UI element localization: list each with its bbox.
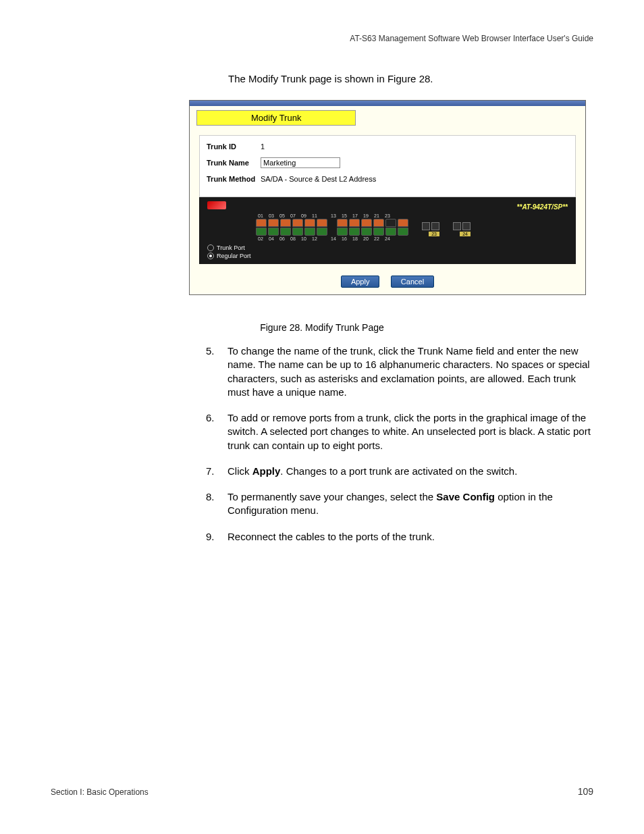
port-number: 16 — [340, 236, 349, 241]
switch-port[interactable] — [304, 228, 315, 236]
switch-port[interactable] — [398, 228, 408, 236]
switch-port[interactable] — [268, 219, 279, 227]
trunk-name-row: Trunk Name — [207, 157, 568, 168]
port-row-bottom — [256, 228, 408, 236]
switch-port[interactable] — [268, 228, 279, 236]
radio-icon — [207, 244, 214, 251]
step-body: To add or remove ports from a trunk, cli… — [227, 411, 591, 452]
port-number: 04 — [267, 236, 276, 241]
button-row: Apply Cancel — [190, 269, 585, 294]
port-number: 17 — [350, 213, 360, 218]
switch-port[interactable] — [292, 219, 303, 227]
port-number: 20 — [361, 236, 371, 241]
panel-top-bar — [190, 101, 585, 106]
switch-port[interactable] — [385, 228, 396, 236]
step-body: To change the name of the trunk, click t… — [227, 344, 591, 399]
step-item: 6.To add or remove ports from a trunk, c… — [206, 411, 591, 452]
port-numbers-bottom: 020406081012141618202224 — [256, 236, 568, 241]
port-type-legend: Trunk Port Regular Port — [207, 244, 568, 260]
port-row-top — [256, 219, 408, 227]
port-number: 10 — [299, 236, 308, 241]
port-number: 05 — [277, 213, 287, 218]
switch-port[interactable] — [292, 228, 303, 236]
port-grid: 010305070911131517192123 23 24 020406081… — [256, 213, 568, 241]
port-number: 06 — [277, 236, 287, 241]
trunk-id-value: 1 — [261, 142, 265, 151]
port-number: 19 — [361, 213, 371, 218]
switch-port[interactable] — [349, 219, 360, 227]
switch-port[interactable] — [280, 219, 291, 227]
port-number: 22 — [372, 236, 381, 241]
sfp-port[interactable] — [453, 222, 461, 230]
port-number: 24 — [383, 236, 392, 241]
switch-port[interactable] — [280, 228, 291, 236]
bold-term: Apply — [252, 465, 281, 477]
regular-port-radio[interactable]: Regular Port — [207, 252, 568, 260]
step-number: 5. — [206, 344, 227, 399]
switch-port[interactable] — [361, 228, 372, 236]
step-item: 9.Reconnect the cables to the ports of t… — [206, 530, 591, 544]
trunk-name-input[interactable] — [261, 157, 340, 168]
step-item: 5.To change the name of the trunk, click… — [206, 344, 591, 399]
page-number: 109 — [578, 786, 593, 797]
radio-icon — [207, 253, 214, 259]
switch-port[interactable] — [337, 219, 348, 227]
switch-port[interactable] — [385, 219, 396, 227]
panel-title-row: Modify Trunk — [190, 106, 585, 130]
switch-port[interactable] — [304, 219, 315, 227]
port-number: 12 — [310, 236, 319, 241]
sfp-port[interactable] — [431, 222, 439, 230]
switch-port[interactable] — [349, 228, 360, 236]
figure-caption: Figure 28. Modify Trunk Page — [0, 322, 644, 333]
bold-term: Save Config — [436, 491, 495, 502]
trunk-port-radio[interactable]: Trunk Port — [207, 244, 568, 252]
switch-port[interactable] — [373, 228, 384, 236]
switch-port[interactable] — [373, 219, 384, 227]
step-item: 7.Click Apply. Changes to a port trunk a… — [206, 465, 591, 478]
vendor-logo-icon — [207, 201, 226, 209]
port-number: 08 — [288, 236, 298, 241]
steps-list: 5.To change the name of the trunk, click… — [206, 344, 591, 556]
sfp-group-right: 24 — [453, 222, 471, 236]
form-area: Trunk ID 1 Trunk Name Trunk Method SA/DA… — [199, 135, 576, 197]
intro-text: The Modify Trunk page is shown in Figure… — [228, 73, 433, 84]
switch-graphic: **AT-9424T/SP** 010305070911131517192123… — [199, 197, 576, 264]
sfp-group-left: 23 — [422, 222, 439, 236]
step-body: Reconnect the cables to the ports of the… — [227, 530, 591, 544]
switch-port[interactable] — [256, 228, 267, 236]
step-item: 8.To permanently save your changes, sele… — [206, 490, 591, 518]
sfp-label-left: 23 — [429, 232, 439, 236]
sfp-port[interactable] — [462, 222, 471, 230]
trunk-port-label: Trunk Port — [217, 244, 245, 252]
switch-port[interactable] — [337, 228, 348, 236]
trunk-id-label: Trunk ID — [207, 142, 261, 151]
switch-port[interactable] — [256, 219, 267, 227]
trunk-id-row: Trunk ID 1 — [207, 142, 568, 151]
step-body: Click Apply. Changes to a port trunk are… — [227, 465, 591, 478]
sfp-label-right: 24 — [460, 232, 471, 236]
step-number: 9. — [206, 530, 227, 544]
step-number: 7. — [206, 465, 227, 478]
apply-button[interactable]: Apply — [341, 276, 380, 288]
trunk-method-row: Trunk Method SA/DA - Source & Dest L2 Ad… — [207, 175, 568, 183]
port-number: 07 — [288, 213, 298, 218]
switch-port[interactable] — [361, 219, 372, 227]
step-number: 8. — [206, 490, 227, 518]
switch-port[interactable] — [317, 219, 327, 227]
regular-port-label: Regular Port — [217, 252, 251, 260]
switch-port[interactable] — [398, 219, 408, 227]
trunk-name-label: Trunk Name — [207, 159, 261, 167]
cancel-button[interactable]: Cancel — [391, 276, 434, 288]
port-number: 02 — [256, 236, 265, 241]
port-number: 13 — [329, 213, 338, 218]
port-number: 23 — [383, 213, 392, 218]
trunk-method-label: Trunk Method — [207, 175, 261, 183]
switch-port[interactable] — [317, 228, 327, 236]
port-number: 21 — [372, 213, 381, 218]
port-number: 03 — [267, 213, 276, 218]
port-number: 01 — [256, 213, 265, 218]
port-number: 09 — [299, 213, 308, 218]
port-number: 15 — [340, 213, 349, 218]
footer-section: Section I: Basic Operations — [51, 787, 149, 797]
sfp-port[interactable] — [422, 222, 430, 230]
